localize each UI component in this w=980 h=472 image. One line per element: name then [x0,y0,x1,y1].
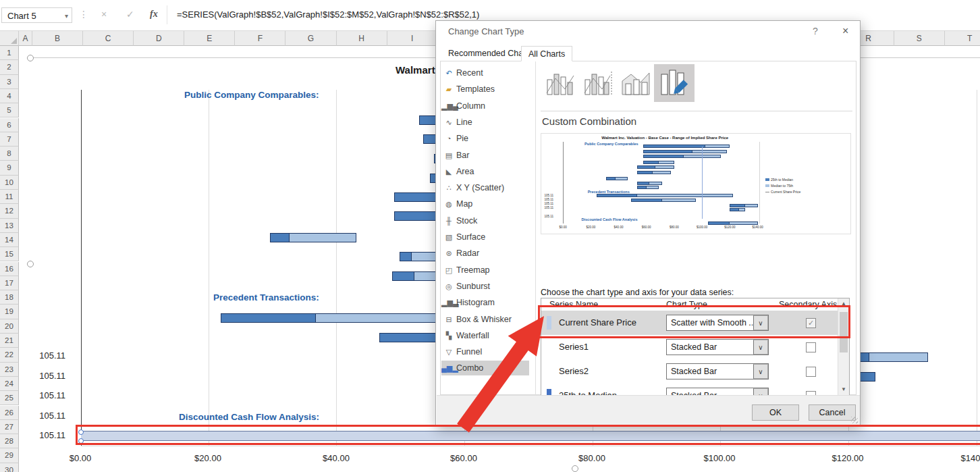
annotation-arrow [0,0,980,472]
